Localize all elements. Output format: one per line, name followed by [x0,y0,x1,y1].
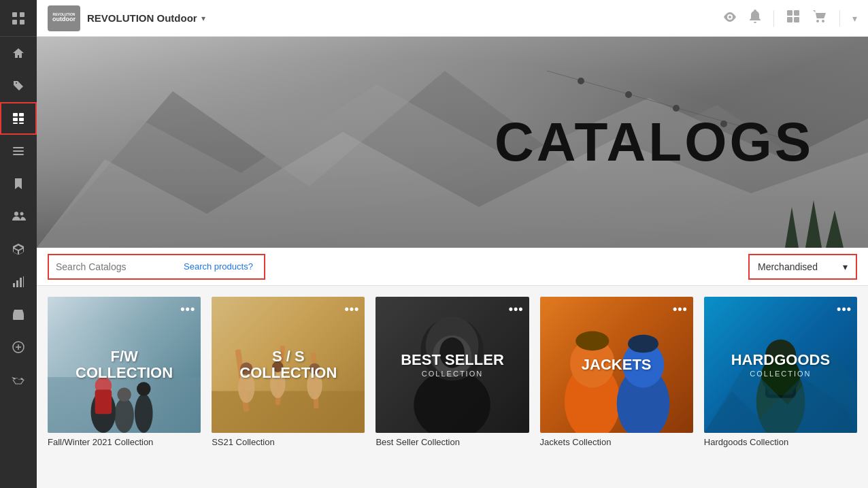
catalog-thumb-bs: BEST SELLER COLLECTION ••• [375,297,529,433]
catalog-name-fw: Fall/Winter 2021 Collection [48,437,201,447]
svg-rect-0 [12,12,17,17]
svg-rect-7 [19,118,24,121]
brand-dropdown-arrow[interactable]: ▾ [201,14,205,23]
sidebar-top [0,0,37,37]
sidebar-item-list[interactable] [0,135,37,167]
sidebar [0,0,37,488]
catalog-menu-bs[interactable]: ••• [509,302,524,316]
header-divider-2 [839,10,840,27]
catalog-title-bs-2: COLLECTION [422,370,483,378]
catalog-card-bs[interactable]: BEST SELLER COLLECTION ••• Best Seller C… [375,297,529,447]
catalog-title-bs-1: BEST SELLER [401,352,504,368]
svg-point-34 [578,78,584,84]
hero-title: CATALOGS [495,111,814,174]
svg-point-22 [729,16,731,18]
sidebar-item-handshake[interactable] [0,363,37,396]
catalog-card-ss[interactable]: S / S COLLECTION ••• SS21 Collection [212,297,365,447]
catalog-overlay-bs: BEST SELLER COLLECTION [375,297,529,433]
svg-rect-15 [13,283,15,287]
header-divider [773,10,774,27]
svg-rect-2 [12,20,17,25]
user-dropdown-icon[interactable]: ▾ [852,13,857,24]
catalog-title-ss-1: S / S [272,348,305,365]
svg-rect-25 [787,17,792,22]
cart-icon[interactable] [812,10,827,27]
hero-banner: CATALOGS [37,37,868,248]
svg-rect-17 [20,278,22,287]
svg-rect-23 [787,10,792,16]
catalog-menu-fw[interactable]: ••• [180,302,195,316]
sort-label: Merchandised [758,261,818,272]
svg-rect-18 [23,276,24,287]
main-area: REVOLUTION outdoor REVOLUTION Outdoor ▾ [37,0,868,488]
visibility-icon[interactable] [723,11,737,25]
search-catalogs-input[interactable] [56,261,178,272]
catalog-overlay-ss: S / S COLLECTION [212,297,365,433]
search-box: Search products? [48,254,265,280]
svg-rect-12 [13,154,24,155]
catalog-thumb-fw: F/W COLLECTION ••• [48,297,201,433]
content: CATALOGS Search products? Merchandised ▾ [37,37,868,488]
catalog-title-fw-2: COLLECTION [76,365,173,381]
catalog-title-hg-1: HARDGOODS [731,352,830,368]
svg-point-27 [816,20,819,22]
sidebar-item-catalogs[interactable] [0,102,37,135]
catalog-thumb-jk: JACKETS ••• [540,297,693,433]
sidebar-item-packages[interactable] [0,233,37,265]
sort-dropdown[interactable]: Merchandised ▾ [748,254,857,280]
svg-rect-16 [16,280,18,287]
dashboard-icon[interactable] [786,10,800,27]
catalog-name-jk: Jackets Collection [540,437,693,447]
svg-rect-11 [13,150,24,152]
catalog-thumb-hg: HARDGOODS COLLECTION ••• [704,297,857,433]
catalog-overlay-fw: F/W COLLECTION [48,297,201,433]
svg-point-13 [14,212,18,216]
svg-rect-20 [16,316,20,320]
catalog-title-ss-2: COLLECTION [239,365,337,381]
search-products-link[interactable]: Search products? [184,261,253,272]
sidebar-item-tags[interactable] [0,69,37,102]
catalog-card-fw[interactable]: F/W COLLECTION ••• Fall/Winter 2021 Coll… [48,297,201,447]
sidebar-item-users[interactable] [0,200,37,233]
brand-logo: REVOLUTION outdoor [48,5,80,31]
catalog-thumb-ss: S / S COLLECTION ••• [212,297,365,433]
catalog-title-fw-1: F/W [110,348,137,365]
svg-rect-8 [13,123,18,124]
sidebar-item-bookmarks[interactable] [0,167,37,200]
svg-rect-9 [19,123,24,124]
catalog-menu-ss[interactable]: ••• [345,302,360,316]
sort-icon: ▾ [843,261,848,272]
catalog-card-hg[interactable]: HARDGOODS COLLECTION ••• Hardgoods Colle… [704,297,857,447]
sidebar-grid-icon[interactable] [0,2,37,35]
catalog-title-jk-1: JACKETS [582,357,652,373]
sidebar-item-tag[interactable] [0,331,37,363]
notification-icon[interactable] [749,10,761,27]
catalog-overlay-hg: HARDGOODS COLLECTION [704,297,857,433]
svg-rect-10 [13,147,24,148]
svg-rect-4 [13,113,18,116]
svg-point-14 [20,212,24,216]
sidebar-item-store[interactable] [0,298,37,331]
svg-rect-26 [794,17,799,22]
svg-point-35 [625,91,632,98]
svg-rect-3 [20,20,24,25]
catalog-name-ss: SS21 Collection [212,437,365,447]
sidebar-item-home[interactable] [0,37,37,69]
svg-rect-5 [19,113,24,116]
catalog-card-jk[interactable]: JACKETS ••• Jackets Collection [540,297,693,447]
header: REVOLUTION outdoor REVOLUTION Outdoor ▾ [37,0,868,37]
catalog-name-bs: Best Seller Collection [375,437,529,447]
catalog-grid: F/W COLLECTION ••• Fall/Winter 2021 Coll… [37,286,868,458]
search-area: Search products? Merchandised ▾ [37,248,868,286]
svg-point-28 [822,20,824,22]
brand-name: REVOLUTION Outdoor [87,12,197,24]
catalog-name-hg: Hardgoods Collection [704,437,857,447]
header-icons: ▾ [723,10,857,27]
catalog-menu-jk[interactable]: ••• [673,302,688,316]
catalog-menu-hg[interactable]: ••• [837,302,852,316]
catalog-title-hg-2: COLLECTION [750,370,811,378]
catalog-overlay-jk: JACKETS [540,297,693,433]
svg-rect-1 [20,12,24,17]
svg-rect-6 [13,118,18,121]
sidebar-item-chart[interactable] [0,265,37,298]
